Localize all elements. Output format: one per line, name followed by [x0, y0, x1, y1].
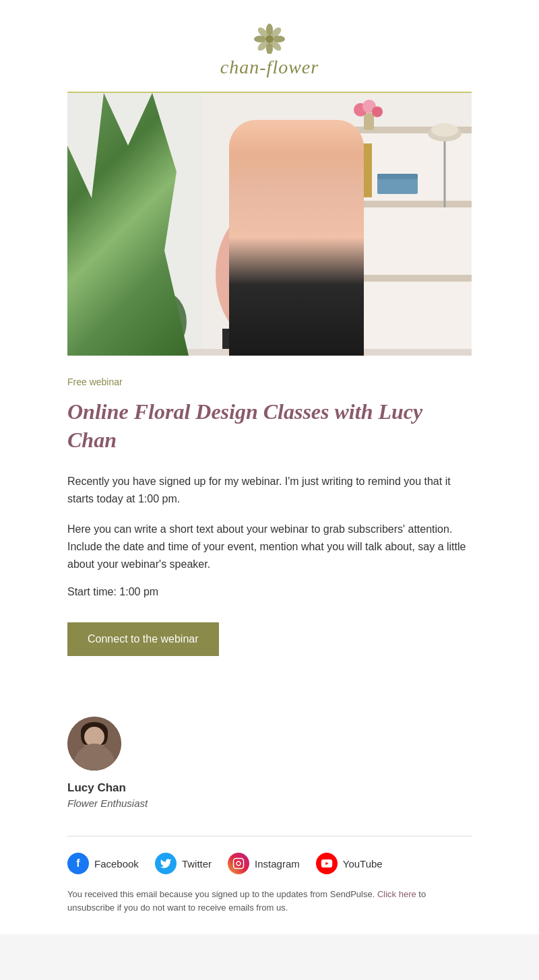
svg-rect-15 — [317, 140, 330, 197]
svg-rect-42 — [241, 293, 270, 330]
youtube-label: YouTube — [343, 858, 383, 870]
body-paragraph-2: Here you can write a short text about yo… — [67, 521, 472, 573]
main-content: Free webinar Online Floral Design Classe… — [67, 356, 472, 703]
author-name: Lucy Chan — [67, 781, 472, 795]
logo-container: chan-flower — [220, 20, 319, 78]
author-job-title: Flower Enthusiast — [67, 797, 472, 809]
author-section: Lucy Chan Flower Enthusiast — [67, 703, 472, 836]
svg-rect-53 — [90, 748, 98, 756]
svg-rect-28 — [108, 295, 128, 349]
svg-rect-18 — [361, 143, 372, 197]
svg-point-44 — [267, 263, 298, 313]
click-here-link[interactable]: Click here — [377, 889, 416, 899]
start-time: Start time: 1:00 pm — [67, 586, 472, 598]
svg-rect-38 — [234, 201, 248, 282]
instagram-label: Instagram — [255, 858, 300, 870]
connect-webinar-button[interactable]: Connect to the webinar — [67, 622, 219, 656]
facebook-link[interactable]: f Facebook — [67, 853, 139, 874]
svg-point-27 — [372, 106, 383, 117]
svg-point-35 — [216, 207, 310, 342]
svg-point-30 — [74, 234, 115, 288]
unsubscribe-section: You received this email because you sign… — [67, 888, 472, 934]
svg-point-31 — [111, 238, 158, 298]
hero-image — [67, 93, 472, 356]
instagram-icon — [228, 853, 249, 874]
svg-point-23 — [431, 123, 458, 137]
svg-point-43 — [224, 256, 261, 313]
author-avatar — [67, 717, 121, 771]
svg-rect-14 — [310, 275, 472, 282]
free-webinar-badge: Free webinar — [67, 377, 123, 387]
svg-rect-20 — [377, 174, 418, 179]
svg-rect-46 — [67, 349, 472, 356]
svg-rect-24 — [364, 113, 374, 130]
body-paragraph-1: Recently you have signed up for my webin… — [67, 473, 472, 507]
svg-rect-16 — [331, 147, 344, 197]
svg-point-40 — [240, 176, 286, 225]
header: chan-flower — [0, 0, 539, 92]
twitter-link[interactable]: Twitter — [155, 853, 212, 874]
hero-svg — [67, 93, 472, 356]
youtube-icon — [316, 853, 338, 874]
logo-text: chan-flower — [220, 57, 319, 78]
svg-point-29 — [91, 261, 145, 329]
facebook-label: Facebook — [94, 858, 139, 870]
svg-point-51 — [97, 726, 108, 745]
twitter-label: Twitter — [182, 858, 212, 870]
svg-point-37 — [234, 174, 291, 255]
svg-rect-13 — [310, 201, 472, 207]
svg-rect-41 — [239, 286, 295, 331]
facebook-icon: f — [67, 853, 89, 874]
email-wrapper: chan-flower — [0, 0, 539, 934]
svg-rect-39 — [284, 201, 298, 268]
svg-rect-54 — [234, 859, 244, 869]
hero-image-placeholder — [67, 93, 472, 356]
youtube-link[interactable]: YouTube — [316, 853, 383, 874]
svg-point-32 — [84, 204, 118, 251]
svg-rect-17 — [345, 140, 360, 197]
svg-point-34 — [139, 292, 187, 352]
unsubscribe-text-main: You received this email because you sign… — [67, 889, 375, 899]
social-links-section: f Facebook Twitter Instagram — [67, 837, 472, 888]
instagram-link[interactable]: Instagram — [228, 853, 300, 874]
svg-rect-33 — [155, 322, 172, 356]
flower-icon — [249, 20, 290, 54]
svg-rect-45 — [222, 329, 303, 356]
avatar-svg — [67, 717, 121, 771]
svg-point-36 — [237, 172, 288, 229]
event-title: Online Floral Design Classes with Lucy C… — [67, 398, 472, 454]
twitter-icon — [155, 853, 177, 874]
svg-rect-11 — [310, 127, 472, 356]
svg-point-50 — [81, 726, 92, 745]
